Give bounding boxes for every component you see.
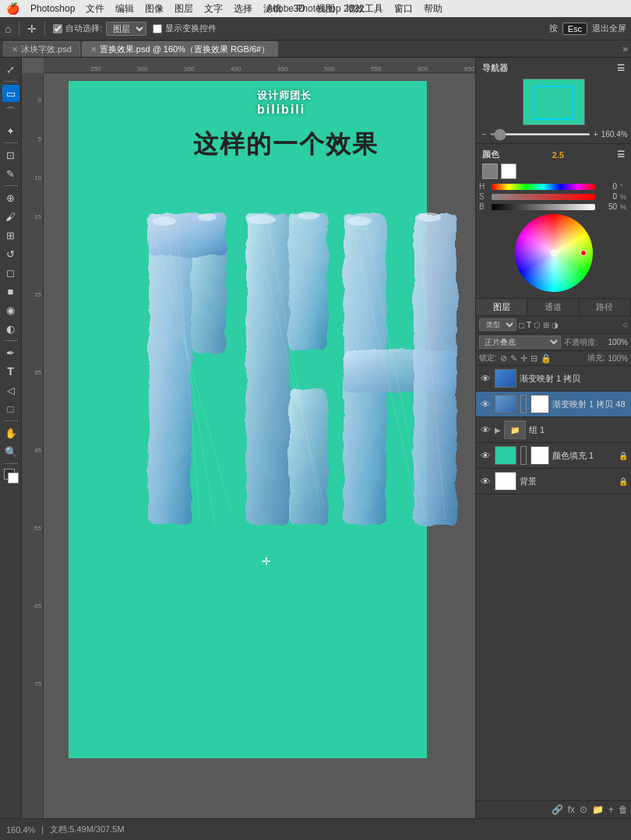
zoom-tool[interactable]: 🔍 [2,443,19,460]
zoom-in-icon[interactable]: + [594,130,598,139]
smartobj-filter-icon[interactable]: ⊞ [543,321,549,329]
path-selection-tool[interactable]: ◁ [2,381,19,399]
shape-filter-icon[interactable]: ⬡ [534,321,541,329]
dodge-tool[interactable]: ◐ [2,320,19,337]
svg-rect-8 [414,213,457,525]
esc-key[interactable]: Esc [562,23,587,35]
delete-layer-icon[interactable]: 🗑 [619,804,628,815]
brightness-label: B [479,202,488,211]
tab-channels[interactable]: 通道 [527,299,579,315]
navigator-options-icon[interactable]: ☰ [617,63,625,73]
crop-tool[interactable]: ⊡ [2,146,19,163]
opacity-label: 不透明度: [564,337,598,348]
eraser-tool[interactable]: ◻ [2,264,19,281]
layer-item-background[interactable]: 👁 背景 🔒 [476,469,631,494]
history-brush-tool[interactable]: ↺ [2,245,19,262]
lock-transparent-icon[interactable]: ⊘ [500,353,507,364]
transform-checkbox[interactable] [153,24,162,33]
add-mask-icon[interactable]: ⊙ [580,804,587,815]
layer-item-group1[interactable]: 👁 ▶ 📁 组 1 [476,417,631,443]
watermark: 设计师团长 bilibili [257,89,312,117]
layer-chain-link [520,395,527,413]
lock-pixels-icon[interactable]: ✎ [510,353,517,364]
new-group-icon[interactable]: 📁 [592,804,604,815]
tab-paths[interactable]: 路径 [580,299,631,315]
menu-edit[interactable]: 编辑 [115,2,134,16]
menu-image[interactable]: 图像 [145,2,164,16]
menu-file[interactable]: 文件 [86,2,104,16]
lasso-tool[interactable]: ⌒ [2,104,19,121]
tab-close-ice[interactable]: ✕ [12,45,18,54]
color-panel-number: 2.5 [552,150,564,160]
layer-item-gradient-copy[interactable]: 👁 渐变映射 1 拷贝 [476,366,631,392]
auto-select-type[interactable]: 图层 组 [106,22,146,36]
exit-fullscreen-label[interactable]: 退出全屏 [592,23,626,34]
filter-toggle[interactable]: ○ [622,320,628,329]
link-layers-icon[interactable]: 🔗 [552,804,563,815]
tool-sep-4 [4,340,18,341]
tab-overflow[interactable]: » [622,44,628,54]
lock-artboard-icon[interactable]: ⊟ [531,353,538,364]
menu-select[interactable]: 选择 [234,2,252,16]
layer-item-fill[interactable]: 👁 颜色填充 1 🔒 [476,443,631,469]
saturation-row: S 0 % [479,192,628,201]
foreground-color[interactable] [2,467,19,484]
doc-info-display[interactable]: 文档:5.49M/307.5M [50,824,124,835]
color-panel-options-icon[interactable]: ☰ [617,149,625,160]
menu-photoshop[interactable]: Photoshop [30,3,75,14]
selection-tool[interactable]: ▭ [2,85,19,102]
layer-vis-background[interactable]: 👁 [479,476,492,487]
magic-wand-tool[interactable]: ✦ [2,122,19,139]
eyedropper-tool[interactable]: ✎ [2,165,19,182]
menu-text[interactable]: 文字 [204,2,223,16]
tab-close-replace[interactable]: ✕ [90,45,97,54]
caption-text: 这样的一个效果 [193,128,379,162]
text-filter-icon[interactable]: T [527,321,531,329]
group-expand-arrow[interactable]: ▶ [495,426,501,434]
menu-layer[interactable]: 图层 [174,2,193,16]
layer-vis-fill[interactable]: 👁 [479,450,492,462]
zoom-out-icon[interactable]: − [482,130,487,139]
new-layer-icon[interactable]: + [608,804,614,815]
menu-window[interactable]: 窗口 [394,2,413,16]
brush-tool[interactable]: 🖌 [2,208,19,225]
home-icon[interactable]: ⌂ [5,23,11,35]
background-swatch[interactable] [501,163,516,179]
layer-vis-gradient-copy-48[interactable]: 👁 [479,399,492,410]
zoom-display[interactable]: 160.4% [6,825,35,835]
adjustment-filter-icon[interactable]: ◑ [552,321,559,329]
color-wheel[interactable] [515,214,593,292]
tab-layers[interactable]: 图层 [476,299,527,315]
shape-tool[interactable]: □ [2,400,19,417]
pixel-filter-icon[interactable]: ◻ [518,321,524,329]
tab-replace[interactable]: ✕ 置换效果.psd @ 160%（置换效果 RGB/6#） [82,41,278,57]
tab-ice[interactable]: ✕ 冰块字效.psd [3,41,80,57]
apple-menu[interactable]: 🍎 [6,2,19,15]
hand-tool[interactable]: ✋ [2,424,19,441]
fill-label: 填充: [587,353,605,364]
color-panel-header[interactable]: 颜色 2.5 ☰ [479,147,628,162]
clone-tool[interactable]: ⊞ [2,227,19,244]
layer-type-filter[interactable]: 类型 [479,318,516,331]
healing-tool[interactable]: ⊕ [2,189,19,206]
move-tool[interactable]: ⤢ [2,61,19,78]
gradient-tool[interactable]: ■ [2,283,19,300]
navigator-header[interactable]: 导航器 ☰ [479,61,628,76]
layer-item-gradient-copy-48[interactable]: 👁 渐变映射 1 拷贝 48 [476,392,631,417]
toolbar-sep-1 [19,22,19,36]
lock-position-icon[interactable]: ✛ [520,353,527,364]
navigator-zoom-slider[interactable] [490,133,590,135]
blur-tool[interactable]: ◉ [2,301,19,318]
blend-mode-select[interactable]: 正片叠底 [479,336,561,349]
pen-tool[interactable]: ✒ [2,344,19,361]
layer-vis-gradient-copy[interactable]: 👁 [479,373,492,385]
auto-select-checkbox[interactable] [53,24,62,33]
lock-all-icon[interactable]: 🔒 [541,353,552,364]
menu-help[interactable]: 帮助 [424,2,442,16]
foreground-swatch[interactable] [482,163,498,179]
move-tool-icon[interactable]: ✛ [27,23,37,35]
tab-ice-label: 冰块字效.psd [21,44,72,55]
layer-vis-group1[interactable]: 👁 [479,424,492,436]
add-style-icon[interactable]: fx [568,804,575,815]
type-tool[interactable]: T [2,363,19,380]
